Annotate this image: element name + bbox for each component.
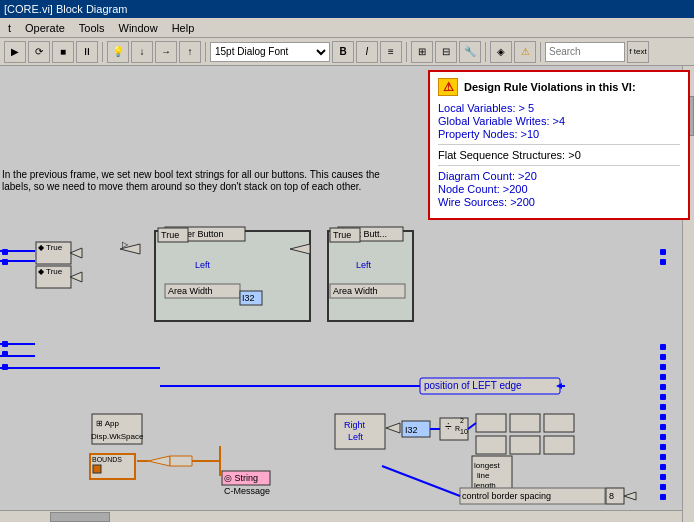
toolbar-extra3[interactable]: 🔧 — [459, 41, 481, 63]
svg-rect-85 — [476, 436, 506, 454]
svg-rect-84 — [476, 414, 506, 432]
svg-rect-36 — [2, 249, 8, 255]
drv-divider — [438, 144, 680, 145]
menu-item-tools[interactable]: Tools — [73, 21, 111, 35]
svg-rect-48 — [660, 394, 666, 400]
svg-text:I32: I32 — [242, 293, 255, 303]
sep3 — [406, 42, 407, 62]
toolbar-warn[interactable]: ⚠ — [514, 41, 536, 63]
scrollbar-horizontal[interactable] — [0, 510, 682, 522]
step-over-button[interactable]: → — [155, 41, 177, 63]
svg-text:2: 2 — [460, 417, 464, 424]
font-bold[interactable]: B — [332, 41, 354, 63]
toolbar-extra4[interactable]: ◈ — [490, 41, 512, 63]
drv-item-6[interactable]: Wire Sources: >200 — [438, 196, 680, 208]
comment-top2: labels, so we need to move them around s… — [2, 181, 361, 192]
drv-section-flat: Flat Sequence Structures: >0 — [438, 149, 680, 161]
svg-rect-47 — [660, 384, 666, 390]
toolbar-extra1[interactable]: ⊞ — [411, 41, 433, 63]
svg-rect-54 — [660, 454, 666, 460]
sep5 — [540, 42, 541, 62]
svg-text:10: 10 — [460, 428, 468, 435]
svg-rect-40 — [2, 364, 8, 370]
diagram-area: ⚠ Design Rule Violations in this VI: Loc… — [0, 66, 694, 522]
sep1 — [102, 42, 103, 62]
svg-rect-49 — [660, 404, 666, 410]
svg-rect-43 — [660, 344, 666, 350]
svg-text:longest: longest — [474, 461, 501, 470]
svg-rect-88 — [544, 414, 574, 432]
svg-marker-98 — [624, 492, 636, 500]
svg-text:Area Width: Area Width — [168, 286, 213, 296]
drv-item-3[interactable]: Flat Sequence Structures: >0 — [438, 149, 680, 161]
pause-button[interactable]: ⏸ — [76, 41, 98, 63]
svg-rect-9 — [155, 231, 310, 321]
abort-button[interactable]: ■ — [52, 41, 74, 63]
svg-rect-55 — [660, 464, 666, 470]
svg-rect-64 — [93, 465, 101, 473]
svg-rect-56 — [660, 474, 666, 480]
menu-bar: t Operate Tools Window Help — [0, 18, 694, 38]
run-cont-button[interactable]: ⟳ — [28, 41, 50, 63]
svg-line-100 — [468, 423, 476, 429]
menu-item-operate[interactable]: Operate — [19, 21, 71, 35]
svg-text:◆ True: ◆ True — [38, 243, 63, 252]
drv-title: Design Rule Violations in this VI: — [464, 81, 636, 93]
run-button[interactable]: ▶ — [4, 41, 26, 63]
svg-text:8: 8 — [609, 491, 614, 501]
svg-rect-39 — [2, 351, 8, 357]
svg-text:Right: Right — [344, 420, 366, 430]
drv-header: ⚠ Design Rule Violations in this VI: — [438, 78, 680, 96]
sep2 — [205, 42, 206, 62]
svg-rect-51 — [660, 424, 666, 430]
menu-item-window[interactable]: Window — [113, 21, 164, 35]
svg-text:Left: Left — [348, 432, 364, 442]
step-out-button[interactable]: ↑ — [179, 41, 201, 63]
svg-text:control border spacing: control border spacing — [462, 491, 551, 501]
svg-text:◎ String: ◎ String — [224, 473, 258, 483]
svg-rect-44 — [660, 354, 666, 360]
toolbar-extra2[interactable]: ⊟ — [435, 41, 457, 63]
scroll-thumb-h[interactable] — [50, 512, 110, 522]
svg-text:I32: I32 — [405, 425, 418, 435]
drv-item-1[interactable]: Global Variable Writes: >4 — [438, 115, 680, 127]
svg-marker-32 — [70, 248, 82, 258]
svg-marker-66 — [170, 456, 192, 466]
align-left[interactable]: ≡ — [380, 41, 402, 63]
svg-rect-46 — [660, 374, 666, 380]
drv-section-vars: Local Variables: > 5 Global Variable Wri… — [438, 102, 680, 140]
svg-rect-37 — [2, 259, 8, 265]
highlight-button[interactable]: 💡 — [107, 41, 129, 63]
drv-item-0[interactable]: Local Variables: > 5 — [438, 102, 680, 114]
svg-text:Left: Left — [356, 260, 372, 270]
svg-marker-35 — [70, 272, 82, 282]
drv-warning-icon[interactable]: ⚠ — [438, 78, 458, 96]
svg-rect-87 — [510, 436, 540, 454]
svg-line-101 — [382, 466, 460, 496]
font-selector[interactable]: 15pt Dialog Font — [210, 42, 330, 62]
drv-item-2[interactable]: Property Nodes: >10 — [438, 128, 680, 140]
svg-marker-76 — [386, 423, 400, 433]
sep4 — [485, 42, 486, 62]
menu-item-help[interactable]: Help — [166, 21, 201, 35]
svg-text:Area Width: Area Width — [333, 286, 378, 296]
drv-panel: ⚠ Design Rule Violations in this VI: Loc… — [428, 70, 690, 220]
svg-text:▷: ▷ — [122, 240, 129, 249]
step-into-button[interactable]: ↓ — [131, 41, 153, 63]
svg-marker-65 — [148, 456, 170, 466]
drv-item-5[interactable]: Node Count: >200 — [438, 183, 680, 195]
font-italic[interactable]: I — [356, 41, 378, 63]
search-input[interactable] — [545, 42, 625, 62]
svg-rect-57 — [660, 484, 666, 490]
svg-rect-89 — [544, 436, 574, 454]
menu-item-t[interactable]: t — [2, 21, 17, 35]
drv-item-4[interactable]: Diagram Count: >20 — [438, 170, 680, 182]
toolbar: ▶ ⟳ ■ ⏸ 💡 ↓ → ↑ 15pt Dialog Font B I ≡ ⊞… — [0, 38, 694, 66]
svg-text:⊞ App: ⊞ App — [96, 419, 120, 428]
svg-text:Disp.WkSpace: Disp.WkSpace — [91, 432, 144, 441]
text-btn[interactable]: f text — [627, 41, 649, 63]
svg-rect-42 — [660, 259, 666, 265]
title-text: [CORE.vi] Block Diagram — [4, 3, 127, 15]
svg-text:True: True — [333, 230, 351, 240]
svg-text:position of LEFT edge: position of LEFT edge — [424, 380, 522, 391]
